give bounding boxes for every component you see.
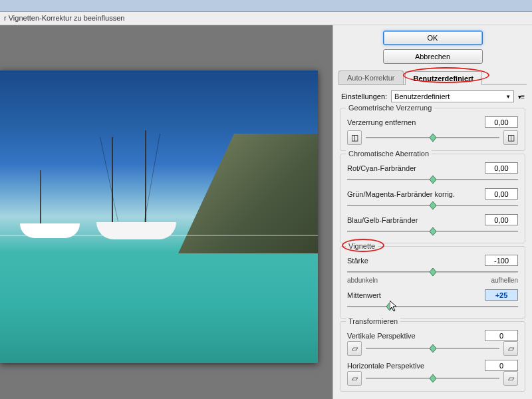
scene-rigging — [144, 134, 160, 222]
section-geometric: Geometrische Verzerrung Verzerrung entfe… — [340, 108, 525, 151]
window-titlebar — [0, 0, 532, 12]
green-magenta-input[interactable] — [485, 188, 518, 200]
preview-pane — [0, 25, 332, 399]
tab-bar: Auto-Korrektur Benutzerdefiniert — [338, 70, 527, 85]
barrel-distortion-icon[interactable]: ◫ — [347, 130, 362, 145]
vignette-midpoint-slider[interactable] — [347, 302, 518, 311]
perspective-right-icon[interactable]: ▱ — [503, 371, 518, 386]
svg-marker-2 — [430, 201, 436, 209]
horizontal-perspective-input[interactable] — [485, 360, 518, 371]
section-chromatic: Chromatische Aberration Rot/Cyan-Farbrän… — [340, 154, 525, 243]
preview-image[interactable] — [0, 70, 318, 363]
chevron-down-icon: ▼ — [505, 94, 511, 100]
section-vignette: Vignette Stärke abdunkeln aufhellen Mitt… — [340, 246, 525, 319]
perspective-bottom-icon[interactable]: ▱ — [503, 341, 518, 356]
remove-distortion-label: Verzerrung entfernen — [347, 118, 481, 126]
settings-label: Einstellungen: — [341, 92, 387, 100]
preset-menu-icon[interactable]: ▾≡ — [518, 93, 524, 100]
darken-label: abdunkeln — [347, 277, 378, 284]
vertical-perspective-slider[interactable] — [366, 344, 499, 353]
section-title-transform: Transformieren — [346, 317, 400, 325]
blue-yellow-slider[interactable] — [347, 227, 518, 236]
horizontal-perspective-label: Horizontale Perspektive — [347, 362, 481, 370]
vignette-midpoint-label: Mittenwert — [347, 291, 481, 299]
green-magenta-slider[interactable] — [347, 201, 518, 210]
remove-distortion-slider[interactable] — [366, 133, 499, 142]
settings-value: Benutzerdefiniert — [394, 92, 450, 100]
section-title-vignette: Vignette — [346, 242, 378, 250]
horizontal-perspective-slider[interactable] — [366, 374, 499, 383]
svg-marker-1 — [430, 176, 436, 184]
vignette-amount-input[interactable] — [485, 255, 518, 266]
scene-boat — [20, 223, 80, 238]
section-title-geometric: Geometrische Verzerrung — [346, 104, 434, 112]
svg-marker-3 — [430, 227, 436, 235]
svg-marker-5 — [386, 303, 393, 311]
svg-marker-8 — [430, 374, 436, 382]
vertical-perspective-input[interactable] — [485, 330, 518, 341]
perspective-left-icon[interactable]: ▱ — [347, 371, 362, 386]
vignette-midpoint-input[interactable] — [485, 289, 518, 301]
ok-button[interactable]: OK — [383, 31, 483, 45]
red-cyan-input[interactable] — [485, 162, 518, 174]
svg-marker-7 — [430, 344, 436, 352]
blue-yellow-label: Blau/Gelb-Farbränder — [347, 216, 481, 224]
hint-text: r Vignetten-Korrektur zu beeinflussen — [0, 12, 532, 25]
scene-rigging — [100, 137, 118, 221]
cancel-button[interactable]: Abbrechen — [383, 49, 483, 64]
perspective-top-icon[interactable]: ▱ — [347, 341, 362, 356]
vignette-amount-slider[interactable] — [347, 267, 518, 277]
lighten-label: aufhellen — [491, 277, 518, 284]
blue-yellow-input[interactable] — [485, 214, 518, 225]
svg-marker-4 — [430, 268, 436, 276]
controls-panel: OK Abbrechen Auto-Korrektur Benutzerdefi… — [332, 25, 532, 399]
vignette-amount-label: Stärke — [347, 257, 481, 265]
vertical-perspective-label: Vertikale Perspektive — [347, 332, 481, 340]
tab-custom[interactable]: Benutzerdefiniert — [405, 71, 482, 85]
svg-marker-0 — [430, 134, 436, 142]
scene-mast — [40, 170, 41, 225]
tab-auto-correction[interactable]: Auto-Korrektur — [338, 70, 404, 84]
red-cyan-slider[interactable] — [347, 175, 518, 184]
scene-boat — [96, 222, 176, 239]
section-transform: Transformieren Vertikale Perspektive ▱ ▱… — [340, 321, 525, 392]
settings-dropdown[interactable]: Benutzerdefiniert ▼ — [391, 90, 514, 102]
scene-mast — [112, 137, 113, 223]
remove-distortion-input[interactable] — [485, 116, 518, 128]
red-cyan-label: Rot/Cyan-Farbränder — [347, 164, 481, 172]
section-title-chromatic: Chromatische Aberration — [346, 150, 432, 158]
pincushion-distortion-icon[interactable]: ◫ — [503, 130, 518, 145]
green-magenta-label: Grün/Magenta-Farbränder korrig. — [347, 190, 481, 198]
